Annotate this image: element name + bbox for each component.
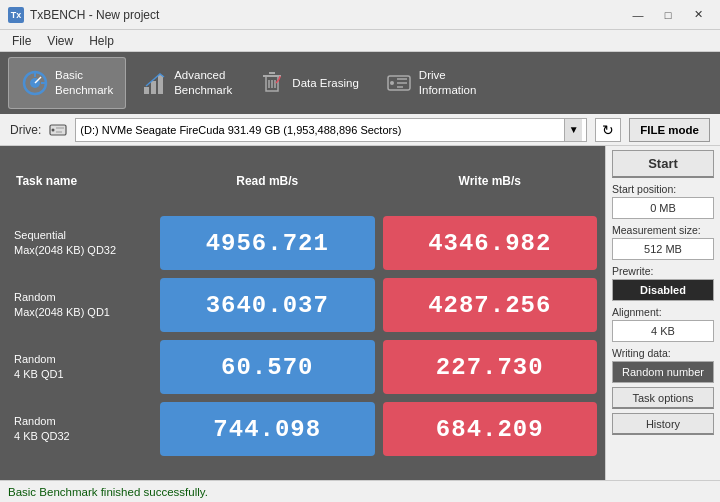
drive-dropdown-arrow: ▼ <box>564 119 582 141</box>
table-area: Task name Read mB/s Write mB/s Sequentia… <box>0 146 605 480</box>
start-position-value: 0 MB <box>612 197 714 219</box>
toolbar: Basic Benchmark Advanced Benchmark <box>0 52 720 114</box>
history-button[interactable]: History <box>612 413 714 435</box>
right-panel: Start Start position: 0 MB Measurement s… <box>605 146 720 480</box>
read-value-box: 60.570 <box>160 340 375 394</box>
status-text: Basic Benchmark finished successfully. <box>8 486 208 498</box>
read-value-box: 4956.721 <box>160 216 375 270</box>
svg-point-14 <box>390 81 394 85</box>
menu-file[interactable]: File <box>4 32 39 50</box>
write-value-cell: 227.730 <box>379 336 602 398</box>
write-value-cell: 684.209 <box>379 398 602 460</box>
task-name-cell: Random4 KB QD1 <box>6 336 156 398</box>
col-header-task: Task name <box>6 150 156 212</box>
main-content: Task name Read mB/s Write mB/s Sequentia… <box>0 146 720 480</box>
table-row: SequentialMax(2048 KB) QD324956.7214346.… <box>6 212 601 274</box>
drive-label: Drive: <box>10 123 41 137</box>
basic-benchmark-icon <box>21 69 49 97</box>
drive-select[interactable]: (D:) NVMe Seagate FireCuda 931.49 GB (1,… <box>75 118 587 142</box>
menu-view[interactable]: View <box>39 32 81 50</box>
toolbar-advanced-benchmark[interactable]: Advanced Benchmark <box>128 57 244 109</box>
alignment-value: 4 KB <box>612 320 714 342</box>
write-value-box: 4346.982 <box>383 216 598 270</box>
drive-information-icon <box>385 69 413 97</box>
start-button[interactable]: Start <box>612 150 714 178</box>
read-value-cell: 3640.037 <box>156 274 379 336</box>
start-position-label: Start position: <box>612 183 714 195</box>
drive-select-text: (D:) NVMe Seagate FireCuda 931.49 GB (1,… <box>80 124 564 136</box>
write-value-cell: 4287.256 <box>379 274 602 336</box>
drive-refresh-button[interactable]: ↻ <box>595 118 621 142</box>
alignment-label: Alignment: <box>612 306 714 318</box>
read-value-cell: 744.098 <box>156 398 379 460</box>
write-value-box: 684.209 <box>383 402 598 456</box>
prewrite-value: Disabled <box>612 279 714 301</box>
writing-data-value: Random number <box>612 361 714 383</box>
write-value-box: 4287.256 <box>383 278 598 332</box>
benchmark-table: Task name Read mB/s Write mB/s Sequentia… <box>6 150 601 460</box>
drive-information-label: Drive Information <box>419 68 477 98</box>
task-options-button[interactable]: Task options <box>612 387 714 409</box>
measurement-size-label: Measurement size: <box>612 224 714 236</box>
table-row: Random4 KB QD32744.098684.209 <box>6 398 601 460</box>
toolbar-basic-benchmark[interactable]: Basic Benchmark <box>8 57 126 109</box>
menu-bar: File View Help <box>0 30 720 52</box>
maximize-button[interactable]: □ <box>654 5 682 25</box>
toolbar-drive-information[interactable]: Drive Information <box>373 57 489 109</box>
title-bar: Tx TxBENCH - New project — □ ✕ <box>0 0 720 30</box>
status-bar: Basic Benchmark finished successfully. <box>0 480 720 502</box>
basic-benchmark-label: Basic Benchmark <box>55 68 113 98</box>
minimize-button[interactable]: — <box>624 5 652 25</box>
data-erasing-label: Data Erasing <box>292 76 358 91</box>
col-header-write: Write mB/s <box>379 150 602 212</box>
read-value-box: 3640.037 <box>160 278 375 332</box>
svg-rect-7 <box>158 75 163 94</box>
read-value-box: 744.098 <box>160 402 375 456</box>
file-mode-button[interactable]: FILE mode <box>629 118 710 142</box>
task-name-cell: RandomMax(2048 KB) QD1 <box>6 274 156 336</box>
writing-data-label: Writing data: <box>612 347 714 359</box>
task-name-cell: Random4 KB QD32 <box>6 398 156 460</box>
svg-rect-6 <box>151 81 156 94</box>
title-bar-controls: — □ ✕ <box>624 5 712 25</box>
prewrite-label: Prewrite: <box>612 265 714 277</box>
svg-rect-5 <box>144 87 149 94</box>
app-icon: Tx <box>8 7 24 23</box>
table-row: Random4 KB QD160.570227.730 <box>6 336 601 398</box>
svg-point-19 <box>52 128 55 131</box>
advanced-benchmark-label: Advanced Benchmark <box>174 68 232 98</box>
toolbar-data-erasing[interactable]: Data Erasing <box>246 57 370 109</box>
drive-icon <box>49 123 67 137</box>
table-row: RandomMax(2048 KB) QD13640.0374287.256 <box>6 274 601 336</box>
close-button[interactable]: ✕ <box>684 5 712 25</box>
drive-row: Drive: (D:) NVMe Seagate FireCuda 931.49… <box>0 114 720 146</box>
menu-help[interactable]: Help <box>81 32 122 50</box>
col-header-read: Read mB/s <box>156 150 379 212</box>
read-value-cell: 60.570 <box>156 336 379 398</box>
measurement-size-value: 512 MB <box>612 238 714 260</box>
advanced-benchmark-icon <box>140 69 168 97</box>
title-bar-left: Tx TxBENCH - New project <box>8 7 159 23</box>
write-value-box: 227.730 <box>383 340 598 394</box>
task-name-cell: SequentialMax(2048 KB) QD32 <box>6 212 156 274</box>
data-erasing-icon <box>258 69 286 97</box>
write-value-cell: 4346.982 <box>379 212 602 274</box>
read-value-cell: 4956.721 <box>156 212 379 274</box>
title-bar-title: TxBENCH - New project <box>30 8 159 22</box>
